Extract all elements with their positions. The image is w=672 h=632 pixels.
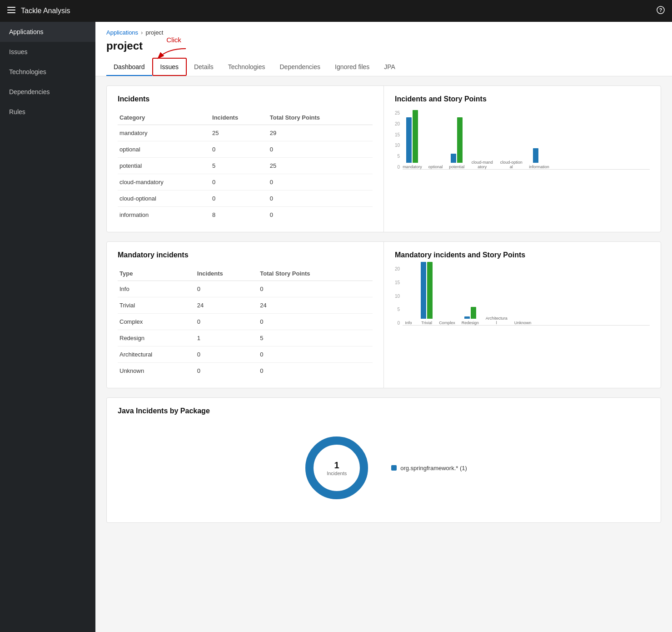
sidebar-item-technologies[interactable]: Technologies — [0, 62, 95, 82]
cell-category: optional — [118, 141, 210, 158]
sidebar-item-issues[interactable]: Issues — [0, 42, 95, 62]
mandatory-chart: 20151050InfoTrivialComplexRedesignArchit… — [395, 266, 650, 326]
tab-dashboard[interactable]: Dashboard — [106, 59, 152, 76]
donut-legend: org.springframework.* (1) — [391, 465, 467, 471]
svg-rect-1 — [7, 10, 15, 10]
cell-type: Architectural — [118, 346, 195, 363]
bar-label: Architectural — [485, 316, 508, 325]
breadcrumb-link[interactable]: Applications — [106, 29, 138, 36]
legend-item: org.springframework.* (1) — [391, 465, 467, 471]
cell-incidents: 24 — [195, 297, 259, 314]
sidebar-item-dependencies[interactable]: Dependencies — [0, 82, 95, 102]
table-row: Info 0 0 — [118, 281, 373, 297]
svg-rect-2 — [7, 12, 15, 13]
cell-incidents: 0 — [210, 141, 268, 158]
cell-category: cloud-optional — [118, 191, 210, 207]
cell-type: Unknown — [118, 363, 195, 379]
topnav: Tackle Analysis ? — [0, 0, 672, 22]
donut-chart: 1 Incidents — [300, 431, 373, 504]
bar-label: cloud-optional — [500, 160, 523, 169]
table-row: mandatory 25 29 — [118, 125, 373, 141]
content-header: Applications › project project Dashboard… — [95, 22, 672, 76]
breadcrumb-separator: › — [141, 29, 143, 36]
cell-story-points: 5 — [258, 330, 373, 346]
cell-story-points: 25 — [268, 158, 373, 174]
tab-details[interactable]: Details — [187, 59, 221, 76]
cell-story-points: 0 — [258, 346, 373, 363]
bar-group: cloud-mandatory — [471, 158, 493, 169]
incidents-chart-section: Incidents and Story Points 2520151050man… — [384, 86, 661, 232]
bar-label: optional — [428, 165, 443, 169]
bar-label: Info — [405, 321, 412, 325]
content-body: Incidents Category Incidents Total Story… — [95, 76, 672, 541]
help-icon[interactable]: ? — [657, 6, 665, 16]
bar-group: Unknown — [514, 319, 532, 325]
bar-green — [457, 117, 463, 163]
cell-incidents: 0 — [195, 314, 259, 330]
cell-incidents: 8 — [210, 207, 268, 223]
cell-story-points: 0 — [268, 141, 373, 158]
bar-group: Info — [403, 319, 414, 325]
cell-type: Info — [118, 281, 195, 297]
cell-story-points: 0 — [268, 191, 373, 207]
incidents-title: Incidents — [118, 95, 373, 103]
table-row: cloud-mandatory 0 0 — [118, 174, 373, 191]
mandatory-table-section: Mandatory incidents Type Incidents Total… — [107, 242, 384, 388]
bar-label: Trivial — [421, 321, 432, 325]
tab-dependencies[interactable]: Dependencies — [273, 59, 328, 76]
bar-group: potential — [449, 117, 464, 169]
incidents-col-category: Category — [118, 110, 210, 125]
issues-tab-wrapper: Click Iss — [152, 58, 187, 76]
tab-jpa[interactable]: JPA — [377, 59, 403, 76]
donut-label: Incidents — [327, 471, 347, 476]
svg-rect-0 — [7, 7, 15, 8]
app-title: Tackle Analysis — [21, 7, 657, 15]
incidents-chart: 2520151050mandatoryoptionalpotentialclou… — [395, 110, 650, 170]
sidebar-item-rules[interactable]: Rules — [0, 102, 95, 122]
menu-icon[interactable] — [7, 7, 15, 15]
bar-label: Complex — [439, 321, 455, 325]
bar-label: Redesign — [462, 321, 479, 325]
incidents-col-story-points: Total Story Points — [268, 110, 373, 125]
cell-incidents: 0 — [210, 174, 268, 191]
incidents-col-incidents: Incidents — [210, 110, 268, 125]
bar-group: Architectural — [485, 314, 508, 325]
java-incidents-title: Java Incidents by Package — [118, 407, 650, 415]
tab-technologies[interactable]: Technologies — [221, 59, 273, 76]
main-content: Applications › project project Dashboard… — [95, 22, 672, 632]
cell-story-points: 0 — [258, 363, 373, 379]
bar-blue — [421, 262, 426, 319]
sidebar: Applications Issues Technologies Depende… — [0, 22, 95, 632]
cell-category: mandatory — [118, 125, 210, 141]
bar-label: Unknown — [514, 321, 532, 325]
bar-label: cloud-mandatory — [471, 160, 493, 169]
table-row: optional 0 0 — [118, 141, 373, 158]
cell-story-points: 29 — [268, 125, 373, 141]
bar-blue — [533, 148, 538, 163]
bar-label: information — [529, 165, 549, 169]
legend-label: org.springframework.* (1) — [400, 465, 467, 471]
cell-category: cloud-mandatory — [118, 174, 210, 191]
table-row: Architectural 0 0 — [118, 346, 373, 363]
breadcrumb: Applications › project — [106, 29, 661, 36]
incidents-table-section: Incidents Category Incidents Total Story… — [107, 86, 384, 232]
bar-blue — [464, 316, 470, 319]
tab-ignored-files[interactable]: Ignored files — [328, 59, 377, 76]
table-row: cloud-optional 0 0 — [118, 191, 373, 207]
cell-incidents: 0 — [195, 281, 259, 297]
cell-story-points: 24 — [258, 297, 373, 314]
cell-incidents: 25 — [210, 125, 268, 141]
table-row: Redesign 1 5 — [118, 330, 373, 346]
bar-group: cloud-optional — [500, 158, 523, 169]
bar-blue — [451, 154, 456, 163]
mandatory-col-type: Type — [118, 266, 195, 281]
svg-text:?: ? — [659, 7, 662, 13]
cell-category: potential — [118, 158, 210, 174]
bar-group: Trivial — [421, 262, 433, 325]
cell-incidents: 1 — [195, 330, 259, 346]
table-row: information 8 0 — [118, 207, 373, 223]
bar-label: potential — [449, 165, 464, 169]
sidebar-item-applications[interactable]: Applications — [0, 22, 95, 42]
bar-label: mandatory — [403, 165, 422, 169]
mandatory-col-incidents: Incidents — [195, 266, 259, 281]
